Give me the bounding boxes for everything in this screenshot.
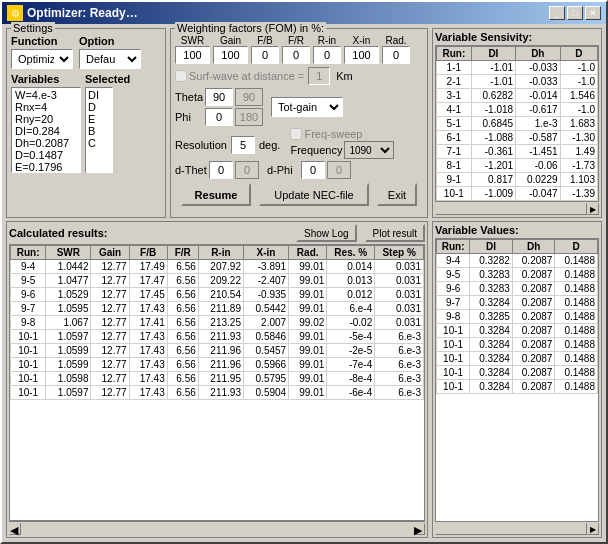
sens-hscroll[interactable] [435,203,587,215]
option-header: Option [79,35,141,47]
variable-item[interactable]: W=4.e-3 [13,89,79,101]
calc-cell: 6.56 [167,288,198,302]
update-nec-button[interactable]: Update NEC-file [259,183,369,206]
calc-row: 10-11.059812.7717.436.56211.950.579599.0… [11,372,424,386]
calc-cell: 17.43 [129,302,167,316]
sens-cell: -1.0 [560,75,597,89]
exit-button[interactable]: Exit [377,183,417,206]
bottom-row: Calculated results: Show Log Plot result… [6,221,602,538]
vals-scroll-right[interactable]: ▶ [587,523,599,535]
calc-cell: 9-8 [11,316,46,330]
calc-cell: 17.41 [129,316,167,330]
selected-item[interactable]: B [87,125,111,137]
calc-cell: 17.47 [129,274,167,288]
sens-row: 7-1-0.361-1.4511.49 [437,145,598,159]
variable-item[interactable]: D=0.1487 [13,149,79,161]
vals-cell: 0.3283 [470,268,513,282]
calc-cell: 209.22 [198,274,243,288]
calc-cell: 0.012 [327,288,375,302]
calc-hscroll-left[interactable]: ◀ [9,523,21,535]
fr-label: F/R [288,35,304,46]
maximize-button[interactable]: □ [567,6,583,20]
calc-cell: 9-7 [11,302,46,316]
calc-hscroll-right[interactable]: ▶ [413,523,425,535]
calc-cell: 211.89 [198,302,243,316]
fb-input[interactable] [251,46,279,64]
calc-cell: 12.77 [91,372,129,386]
surf-input[interactable] [308,67,330,85]
variable-item[interactable]: Dh=0.2087 [13,137,79,149]
vals-cell: 0.2087 [512,268,555,282]
phi-row: Phi [175,108,263,126]
surf-label: Surf-wave at distance = [189,70,304,82]
calc-cell: 1.0599 [46,358,91,372]
frequency-select[interactable]: 1090 [344,141,394,159]
theta-input[interactable] [205,88,233,106]
dphi-input[interactable] [301,161,325,179]
variables-col: Variables W=4.e-3Rnx=4Rny=20DI=0.284Dh=0… [11,73,81,173]
resume-button[interactable]: Resume [181,183,251,206]
rad-label: Rad. [385,35,406,46]
calc-cell: 1.0597 [46,386,91,400]
calc-hscroll-thumb[interactable] [21,523,413,535]
selected-item[interactable]: C [87,137,111,149]
variable-item[interactable]: Rny=20 [13,113,79,125]
sens-cell: 0.6282 [471,89,515,103]
vals-cell: 0.3285 [470,310,513,324]
minimize-button[interactable]: _ [549,6,565,20]
calc-cell: 12.77 [91,274,129,288]
vals-hscroll[interactable] [435,523,587,535]
freq-sweep-label[interactable]: Freq-sweep [290,128,394,140]
calc-cell: 10-1 [11,372,46,386]
sens-cell: 8-1 [437,159,472,173]
surf-checkbox[interactable] [175,70,187,82]
gain-col: Gain [213,35,248,64]
calc-cell: 6.56 [167,330,198,344]
close-button[interactable]: ✕ [585,6,601,20]
selected-item[interactable]: E [87,113,111,125]
selected-list[interactable]: DIDEBC [85,87,113,173]
fb-label: F/B [257,35,273,46]
xin-input[interactable] [344,46,379,64]
surf-checkbox-label[interactable]: Surf-wave at distance = [175,70,304,82]
km-label: Km [336,70,353,82]
freq-sweep-checkbox[interactable] [290,128,302,140]
variable-item[interactable]: DI=0.284 [13,125,79,137]
gain-input[interactable] [213,46,248,64]
calc-col-header: F/R [167,246,198,260]
weighting-group: Weighting factors (FOM) in %: SWR Gain F… [170,28,428,218]
show-log-button[interactable]: Show Log [296,224,356,242]
phi-input[interactable] [205,108,233,126]
vals-cell: 0.1488 [555,324,598,338]
rad-input[interactable] [382,46,410,64]
theta-row: Theta [175,88,263,106]
selected-item[interactable]: D [87,101,111,113]
calc-cell: 0.5457 [243,344,288,358]
titlebar-left: ⚙ Optimizer: Ready… [7,5,138,21]
rin-input[interactable] [313,46,341,64]
sens-scroll-right[interactable]: ▶ [587,203,599,215]
gain-type-select[interactable]: Tot-gain [271,97,343,117]
vals-row: 9-50.32830.20870.1488 [437,268,598,282]
calc-cell: 6.e-3 [375,330,424,344]
calc-cell: 6.e-3 [375,372,424,386]
variables-list[interactable]: W=4.e-3Rnx=4Rny=20DI=0.284Dh=0.2087D=0.1… [11,87,81,173]
function-select[interactable]: Optimize [11,49,73,69]
sens-cell: 6-1 [437,131,472,145]
calc-cell: 1.0595 [46,302,91,316]
selected-item[interactable]: DI [87,89,111,101]
variable-item[interactable]: Rnx=4 [13,101,79,113]
vals-cell: 0.1488 [555,366,598,380]
fr-input[interactable] [282,46,310,64]
settings-inner: Function Optimize Option Defau [11,35,161,69]
plot-result-button[interactable]: Plot result [365,224,425,242]
swr-input[interactable] [175,46,210,64]
dthet-input[interactable] [209,161,233,179]
var-sensitivity-label: Variable Sensivity: [435,31,532,43]
resolution-input[interactable] [231,136,255,154]
calc-table-scroll[interactable]: Run:SWRGainF/BF/RR-inX-inRad.Res. %Step … [9,244,425,521]
sens-cell: -1.451 [516,145,560,159]
option-select[interactable]: Defau [79,49,141,69]
variable-item[interactable]: E=0.1796 [13,161,79,173]
sens-cell: -1.01 [471,75,515,89]
